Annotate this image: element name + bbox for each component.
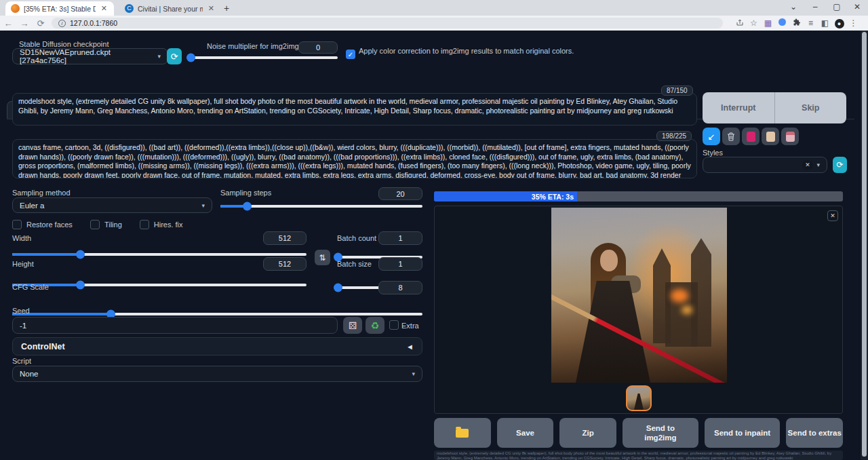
clear-styles-icon[interactable]: ✕ <box>802 160 812 170</box>
profile-avatar[interactable]: ● <box>832 18 846 28</box>
zip-button[interactable]: Zip <box>559 418 616 448</box>
extensions-puzzle-icon[interactable] <box>789 18 804 28</box>
progress-bar: 35% ETA: 3s <box>434 191 843 202</box>
close-tab-icon[interactable]: ✕ <box>100 4 108 13</box>
paste-params-button[interactable]: ↙ <box>703 128 720 145</box>
slider-handle[interactable] <box>76 281 85 290</box>
prompt-textarea[interactable]: modelshoot style, (extremely detailed CG… <box>12 93 697 126</box>
height-value[interactable]: 512 <box>263 257 307 271</box>
sampling-steps-value[interactable]: 20 <box>378 187 422 200</box>
accordion-collapsed-arrow-icon: ◄ <box>406 343 414 351</box>
send-to-img2img-button[interactable]: Send to img2img <box>623 418 698 448</box>
extra-networks-button[interactable] <box>742 128 760 145</box>
browser-tab-stable-diffusion[interactable]: [35% ETA: 3s] Stable Diffusion ✕ <box>5 1 114 16</box>
extra-seed-checkbox[interactable] <box>389 320 399 330</box>
save-button[interactable]: Save <box>497 418 554 448</box>
sampling-steps-label: Sampling steps <box>220 189 271 197</box>
media-list-icon[interactable]: ≡ <box>804 18 818 28</box>
back-icon[interactable]: ← <box>0 18 16 28</box>
restore-faces-label: Restore faces <box>26 221 73 229</box>
slider-handle[interactable] <box>243 202 252 211</box>
close-tab-icon[interactable]: ✕ <box>207 4 216 13</box>
seed-label: Seed <box>12 307 30 315</box>
prompt-token-counter: 87/150 <box>661 85 693 96</box>
extension-blue-circle-icon[interactable] <box>775 18 789 28</box>
bookmark-star-icon[interactable]: ☆ <box>747 18 761 28</box>
negative-prompt-textarea[interactable]: canvas frame, cartoon, 3d, ((disfigured)… <box>12 139 697 178</box>
sampling-method-dropdown[interactable]: Euler a ▾ <box>12 197 212 213</box>
progress-bar-fill: 35% ETA: 3s <box>434 191 577 202</box>
forward-icon[interactable]: → <box>16 18 33 28</box>
gallery-thumbnail[interactable] <box>626 385 652 411</box>
save-style-button[interactable] <box>781 128 799 145</box>
checkpoint-dropdown[interactable]: SD15NewVAEpruned.ckpt [27a4ac756c] ▾ <box>12 48 168 64</box>
slider-handle[interactable] <box>334 284 342 292</box>
chevron-down-icon: ▾ <box>412 370 415 377</box>
close-gallery-button[interactable]: ✕ <box>827 210 838 221</box>
new-tab-button[interactable]: + <box>224 3 229 14</box>
side-panel-icon[interactable]: ◧ <box>818 18 832 28</box>
tiling-checkbox[interactable] <box>90 220 100 229</box>
send-to-inpaint-button[interactable]: Send to inpaint <box>705 418 781 448</box>
chrome-menu-chevron-icon[interactable]: ⌄ <box>784 2 803 12</box>
width-slider[interactable] <box>12 253 307 256</box>
swap-dimensions-button[interactable]: ⇅ <box>315 250 330 265</box>
browser-menu-dots-icon[interactable]: ⋮ <box>846 18 861 28</box>
site-info-icon[interactable]: i <box>58 20 66 27</box>
open-folder-button[interactable] <box>434 418 491 448</box>
width-label: Width <box>12 234 31 242</box>
chevron-down-icon: ▾ <box>816 161 820 168</box>
slider-handle[interactable] <box>76 250 85 259</box>
batch-size-label: Batch size <box>337 260 372 268</box>
apply-styles-button[interactable] <box>762 128 779 145</box>
batch-count-value[interactable]: 1 <box>378 231 422 245</box>
width-value[interactable]: 512 <box>263 231 307 245</box>
noise-multiplier-slider[interactable] <box>191 56 338 59</box>
window-maximize-button[interactable]: ▢ <box>827 2 846 12</box>
styles-refresh-button[interactable]: ⟳ <box>833 157 847 173</box>
address-bar[interactable]: i 127.0.0.1:7860 <box>52 18 723 28</box>
scrollbar-thumb[interactable] <box>862 32 867 457</box>
generated-image[interactable] <box>551 208 727 383</box>
noise-multiplier-value[interactable]: 0 <box>298 41 338 54</box>
sampling-method-value: Euler a <box>20 202 44 210</box>
share-icon[interactable] <box>732 18 747 28</box>
sampling-steps-slider[interactable] <box>220 205 422 208</box>
cfg-scale-slider[interactable] <box>12 313 422 315</box>
send-to-extras-button[interactable]: Send to extras <box>786 418 843 448</box>
progress-text: 35% ETA: 3s <box>532 193 577 201</box>
page-scrollbar[interactable] <box>861 31 868 460</box>
styles-dropdown[interactable]: ✕ ▾ <box>703 157 827 173</box>
browser-tab-civitai[interactable]: C Civitai | Share your models ✕ <box>119 1 221 16</box>
cfg-scale-label: CFG Scale <box>12 283 49 291</box>
random-seed-dice-button[interactable]: ⚄ <box>343 317 362 334</box>
trash-icon <box>727 132 735 141</box>
seed-value: -1 <box>20 322 26 330</box>
civitai-favicon: C <box>125 4 134 13</box>
reload-icon[interactable]: ⟳ <box>33 18 49 28</box>
batch-size-value[interactable]: 1 <box>378 257 422 271</box>
figure-face <box>600 250 618 271</box>
hires-fix-checkbox[interactable] <box>140 220 149 229</box>
script-dropdown[interactable]: None ▾ <box>12 366 422 382</box>
slider-handle[interactable] <box>186 54 195 62</box>
output-gallery: ✕ <box>434 206 843 414</box>
reuse-seed-recycle-button[interactable]: ♻ <box>366 317 384 334</box>
checkpoint-value: SD15NewVAEpruned.ckpt [27a4ac756c] <box>20 48 157 64</box>
window-minimize-button[interactable]: – <box>806 2 825 12</box>
checkpoint-refresh-button[interactable]: ⟳ <box>167 48 182 64</box>
color-correction-checkbox[interactable]: ✓ <box>346 50 355 59</box>
cfg-scale-value[interactable]: 8 <box>378 281 422 294</box>
seed-input[interactable]: -1 <box>12 317 338 334</box>
stable-diffusion-webui: Stable Diffusion checkpoint SD15NewVAEpr… <box>0 31 868 460</box>
window-close-button[interactable]: ✕ <box>848 2 867 12</box>
height-slider[interactable] <box>12 284 307 286</box>
interrupt-button[interactable]: Interrupt <box>703 92 775 123</box>
restore-faces-checkbox[interactable] <box>12 220 22 229</box>
controlnet-accordion[interactable]: ControlNet ◄ <box>12 337 422 356</box>
skip-button[interactable]: Skip <box>775 92 847 123</box>
folder-icon <box>456 429 469 438</box>
browser-tab-strip: [35% ETA: 3s] Stable Diffusion ✕ C Civit… <box>0 0 868 16</box>
extension-grid-icon[interactable]: ▦ <box>761 18 775 28</box>
clear-prompt-trash-button[interactable] <box>722 128 740 145</box>
